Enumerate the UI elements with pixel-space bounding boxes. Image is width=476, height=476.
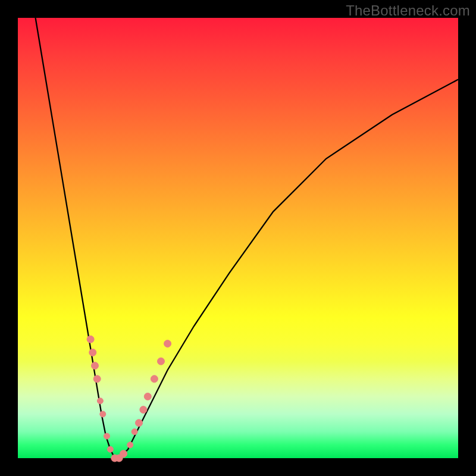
watermark-text: TheBottleneck.com: [346, 2, 470, 19]
curve-marker: [140, 406, 147, 414]
curve-marker: [151, 375, 158, 383]
plot-area: [18, 18, 458, 458]
bottleneck-curve-path: [36, 18, 458, 458]
curve-marker: [164, 340, 171, 347]
curve-marker: [107, 446, 113, 452]
curve-marker: [89, 349, 96, 356]
curve-marker: [131, 429, 137, 435]
curve-marker: [87, 336, 94, 343]
curve-marker: [92, 362, 99, 369]
curve-marker: [104, 433, 110, 439]
curve-marker: [100, 411, 106, 417]
curve-markers: [87, 336, 171, 462]
curve-marker: [158, 358, 165, 365]
chart-frame: TheBottleneck.com: [0, 0, 476, 476]
curve-marker: [97, 398, 103, 404]
bottleneck-curve-svg: [18, 18, 458, 458]
curve-marker: [93, 375, 101, 383]
curve-marker: [136, 419, 143, 427]
curve-marker: [127, 442, 133, 448]
curve-marker: [144, 393, 151, 400]
curve-marker: [120, 450, 127, 458]
